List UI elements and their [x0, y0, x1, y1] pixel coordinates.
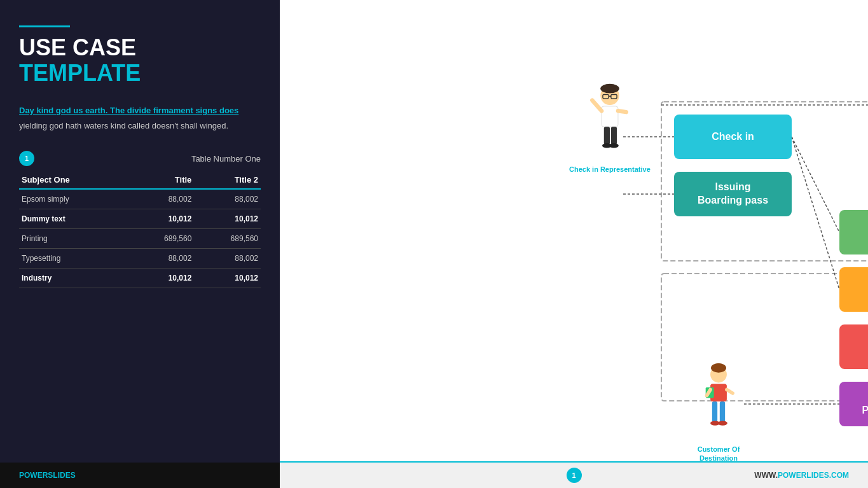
svg-point-38 [714, 363, 724, 370]
connector-svg [280, 0, 868, 488]
box-passenger-list: Requesting Passenger List [839, 382, 868, 426]
col-header-title2: Title 2 [194, 171, 261, 189]
svg-line-19 [618, 111, 626, 112]
diagram: Check in Representative [280, 0, 868, 488]
cell-subject: Dummy text [19, 209, 128, 229]
table-row: Industry 10,012 10,012 [19, 268, 261, 288]
table-row: Printing 689,560 689,560 [19, 229, 261, 249]
box-automated: Automated Check in [839, 210, 868, 254]
table-row: Dummy text 10,012 10,012 [19, 209, 261, 229]
svg-rect-1 [661, 274, 868, 401]
cell-title: 10,012 [128, 268, 195, 288]
svg-line-18 [592, 101, 602, 111]
powerslides-logo: POWERSLIDES [19, 471, 76, 480]
cell-title2: 689,560 [194, 229, 261, 249]
footer-page-badge: 1 [567, 468, 582, 483]
rep-label: Check in Representative [569, 165, 651, 174]
table-row: Typesetting 88,002 88,002 [19, 249, 261, 268]
table-row: Epsom simply 88,002 88,002 [19, 189, 261, 209]
title-area: USE CASE TEMPLATE [0, 0, 280, 98]
col-header-title: Title [128, 171, 195, 189]
table-number-badge: 1 [19, 151, 34, 166]
box-checkin: Check in [674, 115, 792, 159]
left-footer: POWERSLIDES [0, 463, 280, 488]
main-title: USE CASE TEMPLATE [19, 35, 261, 85]
cell-title: 88,002 [128, 189, 195, 209]
title-accent-line [19, 25, 70, 27]
data-table: Subject One Title Title 2 Epsom simply 8… [19, 171, 261, 288]
rep-figure-svg [584, 83, 635, 159]
svg-rect-44 [720, 401, 725, 422]
figure-customer: Customer OfDestinationAirport [693, 363, 744, 472]
description-bold: Day kind god us earth. The divide firmam… [19, 104, 261, 117]
col-header-subject: Subject One [19, 171, 128, 189]
svg-point-12 [600, 84, 619, 94]
svg-line-4 [792, 137, 839, 232]
passenger-figure-svg [865, 83, 868, 159]
website-url: WWW.POWERLIDES.COM [754, 471, 849, 480]
svg-point-23 [609, 143, 619, 148]
right-footer: 1 WWW.POWERLIDES.COM [280, 463, 868, 488]
svg-line-5 [792, 137, 839, 289]
table-header-row: 1 Table Number One [19, 151, 261, 166]
figure-checkin-rep: Check in Representative [569, 83, 651, 174]
table-number-label: Table Number One [191, 154, 261, 164]
svg-line-42 [727, 389, 733, 393]
table-area: 1 Table Number One Subject One Title Tit… [0, 144, 280, 295]
cell-title2: 88,002 [194, 249, 261, 268]
cell-title: 88,002 [128, 249, 195, 268]
right-panel: Check in Representative [280, 0, 868, 488]
cell-title: 10,012 [128, 209, 195, 229]
cell-title: 689,560 [128, 229, 195, 249]
svg-point-46 [718, 421, 727, 425]
svg-rect-43 [712, 401, 717, 422]
customer-figure-svg [693, 363, 744, 439]
left-panel: USE CASE TEMPLATE Day kind god us earth.… [0, 0, 280, 488]
cell-subject: Printing [19, 229, 128, 249]
cell-subject: Epsom simply [19, 189, 128, 209]
passenger-label: Passenger [865, 165, 868, 174]
box-boarding-pass: Issuing Boarding pass [674, 172, 792, 216]
cell-title2: 10,012 [194, 268, 261, 288]
description-area: Day kind god us earth. The divide firmam… [0, 98, 280, 144]
figure-passenger: Passenger [865, 83, 868, 174]
box-boarding: Boarding [839, 324, 868, 369]
svg-rect-20 [604, 127, 610, 144]
box-express: Express Check in [839, 267, 868, 312]
description-normal: yielding god hath waters kind called doe… [19, 120, 261, 132]
cell-subject: Industry [19, 268, 128, 288]
cell-title2: 10,012 [194, 209, 261, 229]
cell-title2: 88,002 [194, 189, 261, 209]
svg-rect-21 [611, 127, 617, 144]
svg-rect-17 [602, 106, 618, 127]
cell-subject: Typesetting [19, 249, 128, 268]
